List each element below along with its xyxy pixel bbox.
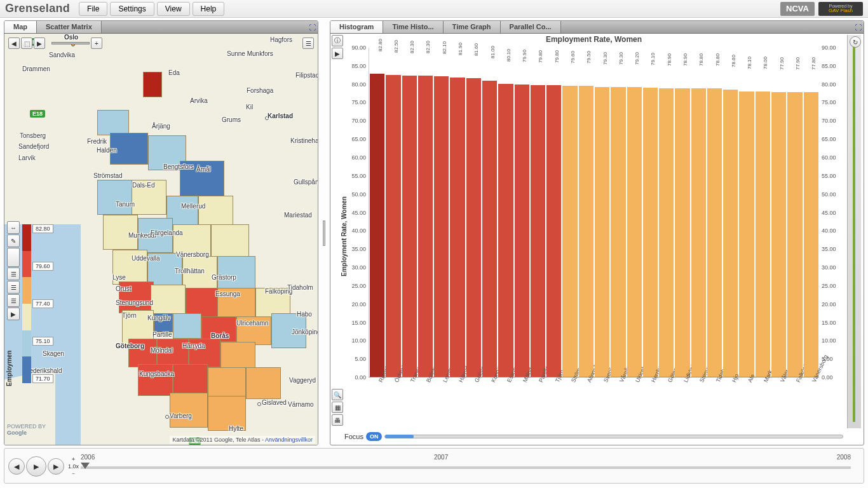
city-halden: Halden: [97, 147, 117, 154]
map-pan-tool[interactable]: ⬚: [21, 37, 32, 49]
chart-bar[interactable]: [434, 76, 449, 377]
city-gislaved: Gislaved: [262, 399, 287, 406]
chart-bars[interactable]: 82.80Rømskog82.50Öckerö82.30Tranemo82.30…: [369, 48, 819, 377]
tab-histogram[interactable]: Histogram: [330, 21, 383, 33]
city-sandefjord: Sandefjord: [18, 143, 49, 150]
chart-info-icon[interactable]: ⓘ: [332, 35, 343, 46]
chart-bar[interactable]: [691, 88, 706, 377]
chart-zoom-icon[interactable]: 🔍: [332, 389, 343, 400]
chart-bar[interactable]: [418, 76, 433, 377]
city-kungsbacka: Kungsbacka: [139, 370, 174, 377]
chart-collapse-icon[interactable]: ▶: [332, 48, 343, 59]
city-tidaholm: Tidaholm: [287, 284, 313, 291]
city-harryda: Härryda: [182, 342, 205, 349]
city-varnamo: Värnamo: [288, 401, 314, 408]
map-pan-right[interactable]: ▶: [34, 37, 45, 49]
chart-bar[interactable]: [370, 74, 384, 377]
chart-bar[interactable]: [498, 84, 513, 377]
city-ulricehamn: Ulricehamn: [236, 320, 269, 327]
chart-bar[interactable]: [723, 90, 738, 377]
timeline-track[interactable]: [81, 466, 851, 469]
expand-icon[interactable]: ⛶: [852, 21, 864, 33]
city-grums: Grums: [222, 116, 241, 123]
chart-ylabel: Employment Rate, Women: [341, 196, 348, 276]
chart-bar[interactable]: [707, 88, 722, 377]
map-pan-left[interactable]: ◀: [8, 37, 20, 49]
chart-bar[interactable]: [675, 88, 689, 377]
chart-range-scale[interactable]: [847, 35, 861, 428]
timeline-end: 2008: [837, 454, 851, 461]
chart-bar[interactable]: [595, 87, 609, 377]
chart-bar[interactable]: [562, 86, 577, 377]
tab-time-graph[interactable]: Time Graph: [444, 21, 501, 33]
chart-bar[interactable]: [466, 78, 481, 377]
city-mariestad: Mariestad: [284, 212, 312, 219]
city-trollhattan: Trollhättan: [175, 268, 205, 274]
map-zoom-in[interactable]: +: [91, 37, 102, 49]
city-forshaga: Forshaga: [247, 87, 273, 94]
city-partille: Partille: [153, 331, 172, 338]
menu-view[interactable]: View: [157, 2, 190, 16]
focus-slider[interactable]: [384, 435, 843, 438]
focus-toggle[interactable]: ON: [366, 432, 383, 441]
chart-crop-icon[interactable]: ▦: [332, 402, 343, 413]
chart-bar[interactable]: [771, 92, 786, 377]
menu-file[interactable]: File: [79, 2, 107, 16]
chart-bar[interactable]: [756, 92, 770, 377]
city-amal: Åmål: [196, 166, 211, 173]
timeline-speed-minus[interactable]: －: [71, 470, 76, 478]
chart-bar[interactable]: [546, 85, 561, 377]
city-fargelanda: Färgelanda: [151, 229, 183, 236]
panel-splitter[interactable]: [322, 20, 326, 445]
timeline-speed-plus[interactable]: ＋: [71, 455, 76, 463]
chart-bar[interactable]: [531, 85, 545, 377]
chart-bar[interactable]: [739, 92, 754, 377]
tab-parallel-coords[interactable]: Parallel Co...: [501, 21, 561, 33]
city-mellerud: Mellerud: [181, 203, 205, 210]
map-layers[interactable]: ☰: [302, 37, 314, 49]
menu-help[interactable]: Help: [193, 2, 225, 16]
chart-bar[interactable]: [482, 81, 497, 377]
chart-bar[interactable]: [643, 88, 658, 377]
map-terms-link[interactable]: Användningsvillkor: [265, 437, 313, 443]
city-goteborg: Göteborg: [116, 342, 144, 349]
tab-scatter-matrix[interactable]: Scatter Matrix: [37, 21, 102, 33]
chart-bar[interactable]: [611, 87, 625, 377]
chart-reload-icon[interactable]: ↻: [850, 36, 861, 48]
chart-print-icon[interactable]: 🖶: [332, 414, 343, 426]
menu-settings[interactable]: Settings: [110, 2, 154, 16]
city-hylte: Hylte: [229, 425, 243, 432]
chart-bar[interactable]: [579, 86, 593, 377]
map-zoom-slider[interactable]: [51, 42, 90, 44]
timeline-handle[interactable]: [81, 463, 90, 469]
legend-break-label: 71.70: [32, 374, 53, 383]
legend-tool-play[interactable]: ▶: [7, 308, 20, 320]
legend-tool-pal1[interactable]: ☰: [7, 268, 20, 280]
expand-icon[interactable]: ⛶: [306, 21, 318, 33]
city-eda: Eda: [168, 69, 180, 76]
legend-tool-move[interactable]: ↔: [7, 221, 20, 234]
city-sandvika: Sandvika: [49, 51, 75, 58]
timeline-play-button[interactable]: ▶: [26, 456, 46, 477]
chart-bar[interactable]: [402, 76, 417, 377]
legend-tool-pal3[interactable]: ☰: [7, 294, 20, 307]
city-dalsed: Dals-Ed: [132, 182, 155, 189]
timeline-start: 2006: [81, 454, 95, 461]
chart-bar[interactable]: [804, 92, 818, 377]
chart-bar[interactable]: [787, 92, 802, 377]
city-tonsberg: Tonsberg: [20, 132, 46, 139]
timeline-prev-button[interactable]: ◀: [8, 458, 25, 475]
tab-time-histo[interactable]: Time Histo...: [383, 21, 443, 33]
legend-tool-pal2[interactable]: ☰: [7, 281, 20, 294]
city-skagen: Skagen: [43, 350, 64, 357]
chart-bar[interactable]: [515, 85, 529, 377]
chart-bar[interactable]: [659, 88, 674, 377]
legend-tool-edit[interactable]: ✎: [7, 234, 20, 247]
chart-bar[interactable]: [627, 87, 642, 377]
chart-bar[interactable]: [450, 78, 465, 377]
timeline-next-button[interactable]: ▶: [48, 458, 64, 475]
tab-map[interactable]: Map: [4, 21, 37, 33]
chart-bar[interactable]: [386, 75, 400, 377]
map-canvas[interactable]: E16 E18 E6 Oslo Drammen Sandvika Karlsta…: [4, 34, 318, 445]
city-larvik: Larvik: [18, 154, 36, 161]
